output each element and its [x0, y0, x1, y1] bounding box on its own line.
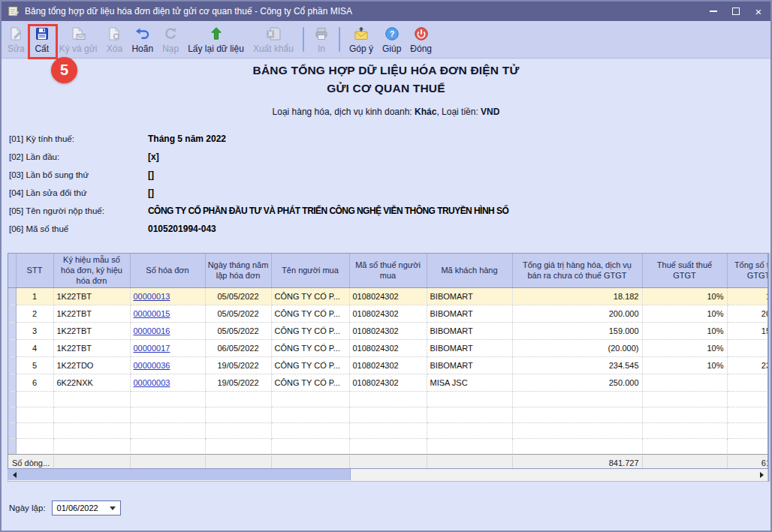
cell-tong-gia-tri: 250.000 [512, 374, 642, 392]
cell-ma-khach-hang: BIBOMART [427, 323, 512, 340]
cell-ma-khach-hang: BIBOMART [427, 305, 512, 323]
delete-page-icon [106, 24, 122, 43]
summary-tong-thue: 61.173 [727, 455, 768, 469]
table-row[interactable]: 2 1K22TBT 00000015 05/05/2022 CÔNG TY CỔ… [8, 305, 768, 323]
cell-ngay: 05/05/2022 [205, 305, 271, 323]
scroll-left-button[interactable] [8, 469, 20, 480]
invoice-number-link[interactable]: 00000013 [134, 292, 170, 301]
field-row: [06] Mã số thuế0105201994-043 [9, 220, 770, 238]
report-title-line2: GỬI CƠ QUAN THUẾ [2, 82, 770, 95]
toolbar-button-lay-lai-du-lieu[interactable]: Lấy lại dữ liệu [183, 22, 249, 57]
cell-tong-gia-tri: (20.000) [512, 340, 642, 357]
cell-thue-suat: 10% [642, 305, 727, 323]
minimize-button[interactable] [707, 5, 719, 17]
vertical-scrollbar-strip [768, 253, 772, 482]
ngay-lap-label: Ngày lập: [9, 503, 46, 512]
table-row[interactable]: 1 1K22TBT 00000013 05/05/2022 CÔNG TY CỔ… [8, 288, 768, 305]
toolbar-button-in[interactable]: In [309, 22, 334, 57]
field-value: Tháng 5 năm 2022 [148, 134, 226, 144]
toolbar-button-label: Ký và gửi [59, 44, 98, 54]
ngay-lap-dropdown[interactable]: 01/06/2022 [52, 500, 121, 515]
row-indicator-header [8, 254, 16, 288]
cell-ma-khach-hang: BIBOMART [427, 357, 512, 374]
cell-ngay: 06/05/2022 [205, 340, 271, 357]
title-bar: Bảng tổng hợp dữ liệu hóa đơn điện tử gử… [2, 2, 770, 21]
column-header-thue-suat: Thuế suất thuế GTGT [642, 254, 727, 288]
toolbar: Sửa Cất [2, 21, 770, 59]
toolbar-button-dong[interactable]: Đóng [406, 22, 436, 57]
cell-ky-hieu: 1K22TBT [53, 323, 130, 340]
column-header-tong-so-thue: Tổng số thuế GTGT [727, 254, 768, 288]
invoice-number-link[interactable]: 00000036 [134, 361, 170, 370]
toolbar-button-ky-va-gui[interactable]: Ký và gửi [55, 22, 102, 57]
cell-ky-hieu: 6K22NXK [53, 374, 130, 392]
scroll-right-button[interactable] [755, 469, 767, 480]
table-summary-row: Số dòng... 841.727 61.173 [8, 455, 768, 469]
invoice-number-link[interactable]: 00000017 [134, 344, 170, 353]
table-row[interactable]: 4 1K22TBT 00000017 06/05/2022 CÔNG TY CỔ… [8, 340, 768, 357]
toolbar-button-giup[interactable]: ? Giúp [378, 22, 406, 57]
empty-table-row [8, 423, 768, 439]
cell-ky-hieu: 1K22TBT [53, 288, 130, 305]
power-close-icon [413, 24, 430, 43]
cell-tong-thue: 1.818 [727, 288, 768, 305]
field-value: [] [148, 188, 154, 198]
close-button[interactable]: × [752, 5, 764, 17]
invoice-number-link[interactable]: 00000016 [134, 326, 170, 335]
table-row[interactable]: 5 1K22TDO 00000036 19/05/2022 CÔNG TY CỔ… [8, 357, 768, 374]
empty-table-row [8, 392, 768, 407]
cell-tong-thue: 20.000 [727, 305, 768, 323]
field-value: CÔNG TY CỔ PHẦN ĐẦU TƯ VÀ PHÁT TRIỂN CÔN… [148, 206, 508, 216]
help-icon: ? [384, 24, 400, 43]
toolbar-button-label: Đóng [410, 44, 432, 54]
window-controls: × [707, 5, 764, 17]
subtitle-goods-type: Khác [415, 107, 436, 117]
horizontal-scrollbar[interactable] [8, 469, 768, 482]
cell-ngay: 19/05/2022 [205, 374, 271, 392]
toolbar-button-gop-y[interactable]: Góp ý [345, 22, 378, 57]
field-row: [02] Lần đầu:[x] [9, 148, 770, 166]
toolbar-button-label: Hoãn [131, 44, 153, 54]
cell-stt: 3 [16, 323, 53, 340]
window-title: Bảng tổng hợp dữ liệu hóa đơn điện tử gử… [25, 6, 352, 17]
table-header-row: STT Ký hiệu mẫu số hóa đơn, ký hiệu hóa … [8, 254, 768, 288]
sign-and-send-icon [69, 24, 87, 43]
cell-tong-gia-tri: 200.000 [512, 305, 642, 323]
field-value: [x] [148, 152, 159, 162]
toolbar-separator [339, 27, 340, 52]
cell-ten-nguoi-mua: CÔNG TY CỔ P... [271, 374, 349, 392]
subtitle-mid: , Loại tiền: [436, 107, 481, 117]
invoice-number-link[interactable]: 00000015 [134, 309, 170, 318]
table-row[interactable]: 6 6K22NXK 00000003 19/05/2022 CÔNG TY CỔ… [8, 374, 768, 392]
undo-icon [134, 24, 151, 43]
excel-export-icon: X [264, 24, 282, 43]
cell-tong-gia-tri: 234.545 [512, 357, 642, 374]
table-row[interactable]: 3 1K22TBT 00000016 05/05/2022 CÔNG TY CỔ… [8, 323, 768, 340]
toolbar-button-xoa[interactable]: Xóa [101, 22, 127, 57]
invoice-grid-viewport: STT Ký hiệu mẫu số hóa đơn, ký hiệu hóa … [8, 253, 768, 469]
cell-ngay: 05/05/2022 [205, 288, 271, 305]
invoice-number-link[interactable]: 00000003 [134, 378, 170, 387]
scrollbar-thumb[interactable] [8, 469, 351, 480]
cell-ten-nguoi-mua: CÔNG TY CỔ P... [271, 340, 349, 357]
toolbar-button-xuat-khau[interactable]: X Xuất khẩu [249, 22, 298, 57]
field-label: [03] Lần bổ sung thứ [9, 170, 148, 179]
cell-ky-hieu: 1K22TBT [53, 305, 130, 323]
maximize-button[interactable] [730, 5, 742, 17]
toolbar-button-hoan[interactable]: Hoãn [127, 22, 158, 57]
cell-ma-khach-hang: BIBOMART [427, 340, 512, 357]
cell-ma-so-thue: 0108024302 [349, 340, 427, 357]
subtitle-prefix: Loại hàng hóa, dịch vụ kinh doanh: [273, 107, 415, 117]
field-label: [05] Tên người nộp thuế: [9, 206, 148, 215]
cell-stt: 4 [16, 340, 53, 357]
cell-ma-so-thue: 0108024302 [349, 374, 427, 392]
toolbar-button-sua[interactable]: Sửa [3, 22, 29, 57]
field-value: 0105201994-043 [148, 224, 216, 234]
step-badge: 5 [51, 57, 77, 83]
toolbar-button-label: In [318, 44, 325, 54]
field-label: [02] Lần đầu: [9, 152, 148, 161]
invoice-grid: STT Ký hiệu mẫu số hóa đơn, ký hiệu hóa … [8, 253, 772, 482]
column-header-ky-hieu: Ký hiệu mẫu số hóa đơn, ký hiệu hóa đơn [53, 254, 130, 288]
cell-tong-thue: 15.900 [727, 323, 768, 340]
toolbar-button-nap[interactable]: Nạp [158, 22, 183, 57]
